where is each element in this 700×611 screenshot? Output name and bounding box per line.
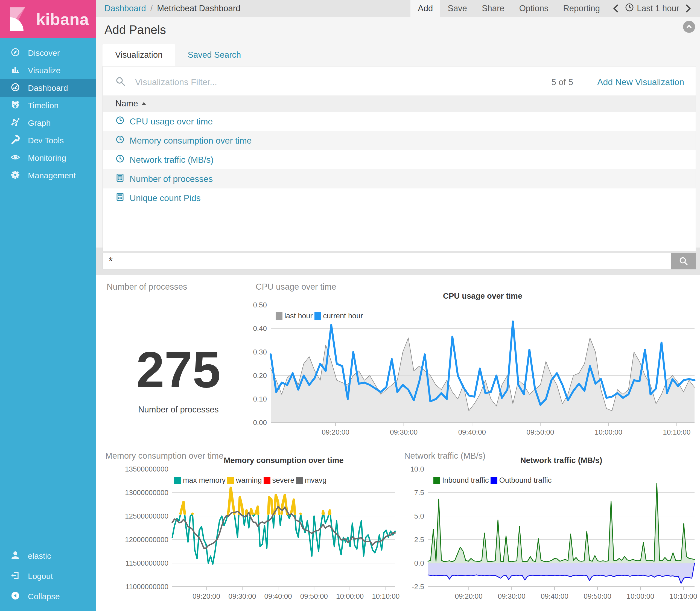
clock-icon [116, 154, 125, 165]
breadcrumb: Dashboard / Metricbeat Dashboard [96, 0, 240, 17]
viz-row-unique-count-pids[interactable]: Unique count Pids [103, 189, 696, 208]
sidebar-nav: Discover Visualize Dashboard Timelion Gr… [0, 44, 96, 184]
breadcrumb-dashboard-link[interactable]: Dashboard [104, 3, 146, 13]
x-axis-label: 10:10:00 [659, 592, 700, 601]
collapse-circle-icon [10, 591, 20, 602]
legend-label: max memory [183, 476, 226, 485]
clock-icon [116, 116, 125, 127]
add-panels-section: Add Panels Visualization Saved Search 5 … [96, 17, 700, 248]
x-axis-label: 09:30:00 [379, 428, 428, 436]
chart-title: CPU usage over time [271, 292, 695, 301]
top-navbar: Dashboard / Metricbeat Dashboard Add Sav… [96, 0, 700, 17]
sidebar-item-management[interactable]: Management [0, 167, 96, 184]
sidebar-item-label: Monitoring [28, 153, 66, 163]
chart-plot-svg [400, 450, 700, 611]
sidebar-item-monitoring[interactable]: Monitoring [0, 149, 96, 167]
y-axis-label: 12500000000 [103, 512, 168, 520]
visualization-filter-row: 5 of 5 Add New Visualization [103, 66, 696, 95]
viz-row-label: CPU usage over time [130, 117, 213, 126]
timepicker-button[interactable]: Last 1 hour [625, 3, 679, 14]
viz-row-number-of-processes[interactable]: Number of processes [103, 169, 696, 189]
add-button[interactable]: Add [410, 0, 440, 17]
query-input[interactable] [103, 253, 671, 269]
sidebar-item-label: Dashboard [28, 84, 68, 93]
legend-item[interactable]: warning [227, 476, 263, 485]
collapse-panel-button[interactable] [683, 21, 695, 33]
legend-item[interactable]: severe [263, 476, 296, 485]
compass-icon [10, 47, 20, 59]
add-panels-tabs: Visualization Saved Search [103, 44, 700, 66]
sidebar-item-dashboard[interactable]: Dashboard [0, 79, 96, 97]
sidebar-item-user[interactable]: elastic [0, 546, 96, 566]
result-count: 5 of 5 [551, 77, 573, 87]
x-axis-label: 10:00:00 [616, 592, 665, 601]
eye-icon [10, 152, 20, 164]
legend-item[interactable]: last hour [276, 312, 315, 320]
viz-row-cpu-usage[interactable]: CPU usage over time [103, 112, 696, 131]
legend-swatch-icon [174, 477, 181, 484]
sidebar-footer: elastic Logout Collapse [0, 546, 96, 607]
options-button[interactable]: Options [512, 0, 556, 17]
lion-icon [10, 100, 20, 111]
tab-saved-search[interactable]: Saved Search [175, 44, 254, 66]
y-axis-label: 0.10 [247, 395, 267, 403]
calculator-icon [116, 192, 125, 204]
memory-chart-legend[interactable]: max memorywarningseveremvavg [174, 476, 328, 485]
sort-ascending-icon [141, 102, 146, 105]
dashboard-gauge-icon [10, 82, 20, 94]
clock-icon [116, 135, 125, 146]
network-chart-legend[interactable]: Inbound trafficOutbound traffic [433, 476, 553, 485]
sidebar: kibana Discover Visualize Dashboard Time… [0, 0, 96, 611]
sidebar-item-label: Timelion [28, 101, 59, 110]
cpu-usage-chart: last hourcurrent hour CPU usage over tim… [247, 282, 700, 440]
panel-title-number-of-processes[interactable]: Number of processes [107, 282, 187, 292]
viz-list-header[interactable]: Name [103, 95, 696, 112]
save-button[interactable]: Save [440, 0, 474, 17]
legend-item[interactable]: current hour [315, 312, 365, 320]
viz-row-network[interactable]: Network traffic (MB/s) [103, 150, 696, 169]
sidebar-item-logout[interactable]: Logout [0, 566, 96, 586]
legend-label: severe [272, 476, 294, 485]
share-button[interactable]: Share [474, 0, 512, 17]
sidebar-item-discover[interactable]: Discover [0, 44, 96, 62]
reporting-button[interactable]: Reporting [556, 0, 607, 17]
sidebar-item-visualize[interactable]: Visualize [0, 62, 96, 79]
legend-label: current hour [323, 312, 363, 320]
x-axis-label: 10:00:00 [584, 428, 633, 436]
y-axis-label: 2.5 [400, 536, 424, 544]
visualizations-filter-input[interactable] [135, 77, 542, 87]
tab-visualization[interactable]: Visualization [103, 44, 175, 66]
sidebar-item-graph[interactable]: Graph [0, 114, 96, 132]
time-back-chevron-icon[interactable] [612, 4, 619, 13]
y-axis-label: 7.5 [400, 489, 424, 497]
sidebar-item-label: Visualize [28, 66, 61, 75]
legend-label: warning [236, 476, 262, 485]
legend-item[interactable]: Inbound traffic [433, 476, 490, 485]
legend-item[interactable]: max memory [174, 476, 227, 485]
sidebar-item-label: Logout [28, 571, 53, 581]
viz-row-memory[interactable]: Memory consumption over time [103, 131, 696, 150]
chevron-up-icon [685, 23, 693, 31]
kibana-logo-text: kibana [36, 10, 89, 29]
add-new-visualization-link[interactable]: Add New Visualization [597, 77, 684, 87]
y-axis-label: 11000000000 [103, 583, 168, 591]
time-forward-chevron-icon[interactable] [685, 4, 692, 13]
legend-item[interactable]: mvavg [296, 476, 329, 485]
viz-row-label: Memory consumption over time [130, 136, 252, 146]
x-axis-label: 09:30:00 [487, 592, 536, 601]
legend-item[interactable]: Outbound traffic [490, 476, 553, 485]
x-axis-label: 09:40:00 [447, 428, 497, 436]
cpu-chart-legend[interactable]: last hourcurrent hour [276, 312, 365, 320]
query-search-button[interactable] [671, 253, 696, 269]
kibana-logo[interactable]: kibana [0, 0, 96, 38]
sidebar-item-collapse[interactable]: Collapse [0, 586, 96, 607]
legend-swatch-icon [296, 477, 303, 484]
viz-row-label: Network traffic (MB/s) [130, 155, 214, 165]
search-icon [116, 76, 126, 88]
sidebar-item-timelion[interactable]: Timelion [0, 97, 96, 114]
sidebar-item-dev-tools[interactable]: Dev Tools [0, 132, 96, 149]
viz-row-label: Number of processes [130, 174, 213, 184]
y-axis-label: 11500000000 [103, 559, 168, 567]
viz-row-label: Unique count Pids [130, 193, 201, 203]
search-icon [679, 256, 688, 266]
